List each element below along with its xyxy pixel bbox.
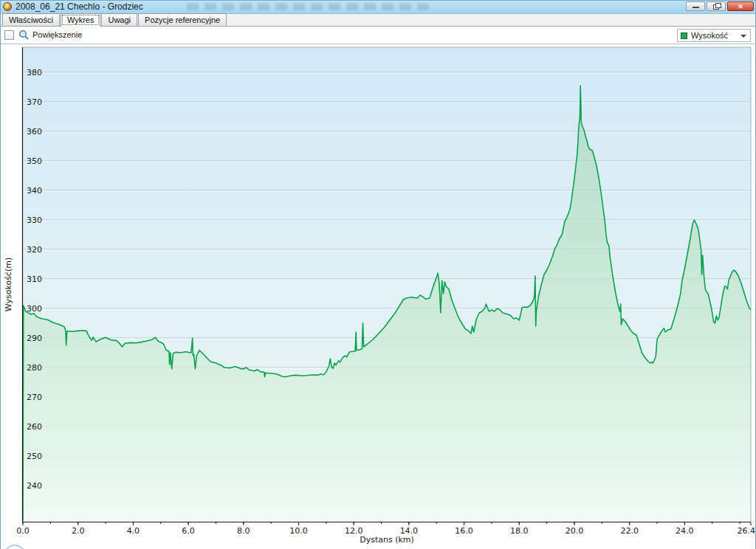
svg-text:2.0: 2.0: [72, 526, 85, 536]
close-icon: ✕: [728, 2, 753, 11]
svg-text:26.4: 26.4: [738, 526, 756, 536]
svg-text:340: 340: [27, 186, 42, 196]
svg-text:4.0: 4.0: [127, 526, 140, 536]
svg-text:16.0: 16.0: [455, 526, 473, 536]
tab-pozycje-referencyjne[interactable]: Pozycje referencyjne: [138, 13, 227, 26]
series-color-swatch: [681, 32, 687, 39]
zoom-checkbox[interactable]: [4, 30, 14, 40]
svg-text:310: 310: [27, 274, 42, 284]
magnifier-icon: [18, 30, 30, 41]
window-title: 2008_06_21 Chechlo - Grodziec: [16, 1, 143, 12]
svg-text:360: 360: [27, 127, 42, 137]
svg-text:8.0: 8.0: [237, 526, 250, 536]
svg-text:18.0: 18.0: [510, 526, 529, 536]
series-select-value: Wysokość: [691, 31, 728, 40]
title-bar: 2008_06_21 Chechlo - Grodziec ✕: [1, 1, 755, 14]
app-window: 2008_06_21 Chechlo - Grodziec ✕ Właściwo…: [0, 0, 756, 549]
tab-strip: Właściwości Wykres Uwagi Pozycje referen…: [1, 14, 755, 27]
svg-text:370: 370: [27, 97, 42, 107]
titlebar-ghost-text: [187, 3, 430, 10]
svg-text:290: 290: [27, 334, 42, 343]
svg-text:Dystans (km): Dystans (km): [360, 535, 414, 545]
svg-text:280: 280: [27, 363, 42, 373]
chart-toolbar: Powiększenie Wysokość: [1, 27, 755, 44]
svg-text:Wysokość(m): Wysokość(m): [4, 258, 13, 311]
svg-text:380: 380: [27, 68, 42, 77]
svg-text:20.0: 20.0: [566, 526, 584, 536]
svg-text:240: 240: [27, 481, 42, 491]
series-select[interactable]: Wysokość: [677, 29, 751, 42]
svg-text:260: 260: [27, 422, 42, 432]
chevron-down-icon: [740, 35, 746, 38]
svg-text:270: 270: [27, 393, 42, 402]
minimize-button[interactable]: [686, 1, 705, 11]
svg-text:22.0: 22.0: [620, 526, 639, 536]
svg-text:10.0: 10.0: [289, 526, 308, 536]
minimize-icon: [693, 7, 699, 8]
tab-wlasciwosci[interactable]: Właściwości: [2, 13, 60, 26]
svg-text:320: 320: [27, 245, 42, 255]
svg-text:6.0: 6.0: [182, 526, 195, 536]
svg-text:300: 300: [27, 304, 42, 314]
tab-uwagi[interactable]: Uwagi: [101, 13, 137, 26]
close-button[interactable]: ✕: [727, 1, 754, 11]
restore-icon: [713, 4, 719, 10]
elevation-chart[interactable]: 0.02.04.06.08.010.012.014.016.018.020.02…: [1, 44, 756, 549]
tab-wykres[interactable]: Wykres: [61, 13, 101, 27]
app-icon: [3, 2, 12, 11]
svg-text:350: 350: [27, 156, 42, 166]
zoom-label: Powiększenie: [32, 30, 82, 39]
chart-tab-page: Powiększenie Wysokość 0.02.04.06.08.010.…: [1, 27, 755, 549]
svg-text:24.0: 24.0: [676, 526, 694, 536]
svg-text:330: 330: [27, 215, 42, 225]
svg-text:0.0: 0.0: [16, 526, 30, 536]
restore-button[interactable]: [707, 1, 726, 11]
svg-text:250: 250: [27, 452, 42, 461]
